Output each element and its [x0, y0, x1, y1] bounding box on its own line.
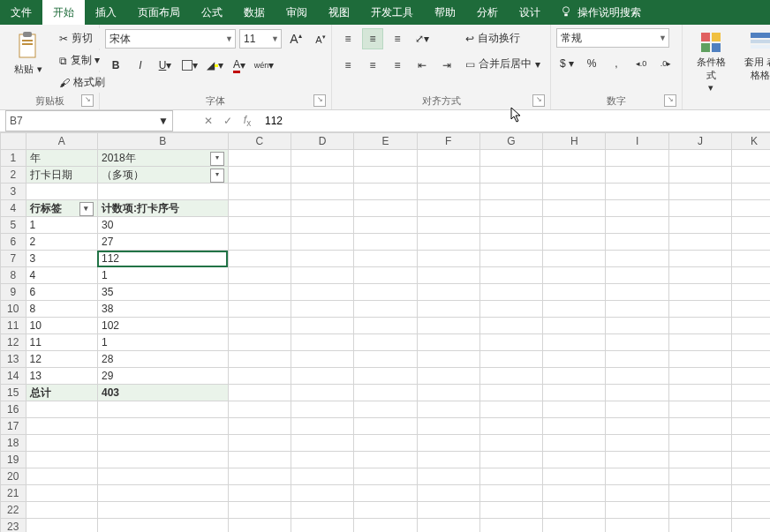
paste-button[interactable]: 粘贴 ▾ [5, 28, 51, 77]
row-header[interactable]: 6 [1, 234, 26, 251]
col-header[interactable]: K [732, 133, 770, 150]
col-header[interactable]: G [479, 133, 542, 150]
col-header[interactable]: D [291, 133, 353, 150]
cell[interactable]: 29 [97, 368, 228, 385]
row-header[interactable]: 13 [1, 351, 26, 368]
cell[interactable]: 6 [26, 284, 97, 301]
cell[interactable]: 1 [26, 217, 97, 234]
number-format-combo[interactable]: 常规 ▼ [556, 28, 669, 48]
align-bottom-button[interactable]: ≡ [387, 28, 408, 49]
cell[interactable]: 1 [97, 334, 228, 351]
menu-insert[interactable]: 插入 [85, 0, 127, 25]
bold-button[interactable]: B [105, 55, 126, 76]
confirm-edit-button[interactable]: ✓ [219, 115, 237, 127]
font-color-button[interactable]: A ▾ [229, 55, 250, 76]
menu-design[interactable]: 设计 [509, 0, 551, 25]
cell[interactable]: 35 [97, 284, 228, 301]
menu-page-layout[interactable]: 页面布局 [127, 0, 191, 25]
pivot-value-header[interactable]: 计数项:打卡序号 [97, 200, 228, 217]
underline-button[interactable]: U ▾ [155, 55, 176, 76]
selected-cell[interactable]: 112 [97, 251, 228, 267]
row-header[interactable]: 23 [1, 519, 26, 533]
font-name-combo[interactable]: 宋体 ▼ [105, 29, 236, 49]
cell[interactable]: 1 [97, 267, 228, 284]
merge-center-button[interactable]: ▭ 合并后居中 ▾ [461, 54, 545, 74]
menu-help[interactable]: 帮助 [424, 0, 466, 25]
number-launcher[interactable]: ↘ [664, 94, 676, 107]
row-header[interactable]: 4 [1, 200, 26, 217]
row-header[interactable]: 3 [1, 184, 26, 200]
cell[interactable]: 102 [97, 318, 228, 334]
italic-button[interactable]: I [130, 55, 151, 76]
menu-view[interactable]: 视图 [318, 0, 360, 25]
increase-font-size-button[interactable]: A▴ [285, 28, 306, 49]
orientation-button[interactable]: ⤢▾ [411, 28, 433, 49]
decrease-font-size-button[interactable]: A▾ [310, 28, 331, 49]
increase-indent-button[interactable]: ⇥ [436, 55, 457, 76]
phonetic-button[interactable]: wén ▾ [253, 55, 275, 76]
col-header[interactable]: I [606, 133, 668, 150]
row-header[interactable]: 15 [1, 385, 26, 401]
percent-format-button[interactable]: % [581, 53, 602, 74]
cell[interactable]: 3 [26, 251, 97, 267]
row-header[interactable]: 12 [1, 334, 26, 351]
row-header[interactable]: 2 [1, 167, 26, 184]
spreadsheet-grid[interactable]: A B C D E F G H I J K 1 年 2018年▾ 2 打卡日期 … [0, 132, 770, 532]
row-header[interactable]: 8 [1, 267, 26, 284]
menu-file[interactable]: 文件 [0, 0, 42, 25]
cell[interactable]: 10 [26, 318, 97, 334]
cell[interactable]: 28 [97, 351, 228, 368]
row-header[interactable]: 14 [1, 368, 26, 385]
menu-analyze[interactable]: 分析 [466, 0, 509, 25]
menu-home[interactable]: 开始 [42, 0, 85, 25]
col-header[interactable]: J [668, 133, 731, 150]
pivot-filter-value[interactable]: 2018年▾ [97, 150, 228, 167]
insert-function-button[interactable]: fx [238, 114, 256, 128]
row-header[interactable]: 19 [1, 452, 26, 468]
conditional-formatting-button[interactable]: 条件格式▾ [688, 28, 734, 94]
pivot-filter-label[interactable]: 年 [26, 150, 97, 167]
align-center-button[interactable]: ≡ [362, 55, 383, 76]
name-box[interactable]: B7 ▼ [5, 110, 173, 131]
accounting-format-button[interactable]: $ ▾ [556, 53, 578, 74]
font-size-combo[interactable]: 11 ▼ [239, 29, 282, 49]
tell-me-search[interactable]: 操作说明搜索 [551, 5, 650, 20]
align-right-button[interactable]: ≡ [387, 55, 408, 76]
align-left-button[interactable]: ≡ [337, 55, 359, 76]
row-header[interactable]: 20 [1, 468, 26, 485]
cell[interactable]: 12 [26, 351, 97, 368]
border-button[interactable]: ▾ [179, 55, 200, 76]
row-header[interactable]: 11 [1, 318, 26, 334]
cell[interactable]: 27 [97, 234, 228, 251]
fill-color-button[interactable]: ◢ ▾ [204, 55, 225, 76]
wrap-text-button[interactable]: ↩ 自动换行 [461, 28, 545, 49]
row-header[interactable]: 22 [1, 502, 26, 519]
align-middle-button[interactable]: ≡ [362, 28, 383, 49]
col-header[interactable]: E [354, 133, 417, 150]
cell[interactable]: 13 [26, 368, 97, 385]
row-header[interactable]: 10 [1, 301, 26, 318]
row-header[interactable]: 18 [1, 435, 26, 452]
decrease-decimal-button[interactable]: .0▸ [655, 53, 676, 74]
format-as-table-button[interactable]: 套用 表格格 [737, 28, 770, 83]
increase-decimal-button[interactable]: ◂.0 [630, 53, 652, 74]
row-header[interactable]: 9 [1, 284, 26, 301]
col-header[interactable]: A [26, 133, 97, 150]
pivot-total-label[interactable]: 总计 [26, 385, 97, 401]
menu-data[interactable]: 数据 [233, 0, 276, 25]
sort-dropdown-icon[interactable]: ▾ [79, 202, 94, 216]
cancel-edit-button[interactable]: ✕ [200, 115, 217, 127]
row-header[interactable]: 1 [1, 150, 26, 167]
align-top-button[interactable]: ≡ [337, 28, 359, 49]
cell[interactable]: 2 [26, 234, 97, 251]
pivot-total-value[interactable]: 403 [97, 385, 228, 401]
menu-formulas[interactable]: 公式 [191, 0, 233, 25]
col-header[interactable]: C [228, 133, 291, 150]
cell[interactable]: 4 [26, 267, 97, 284]
pivot-filter-label[interactable]: 打卡日期 [26, 167, 97, 184]
row-header[interactable]: 7 [1, 251, 26, 267]
clipboard-launcher[interactable]: ↘ [81, 94, 94, 107]
filter-dropdown-icon[interactable]: ▾ [210, 152, 224, 166]
pivot-row-header[interactable]: 行标签▾ [26, 200, 97, 217]
select-all-corner[interactable] [1, 133, 26, 150]
